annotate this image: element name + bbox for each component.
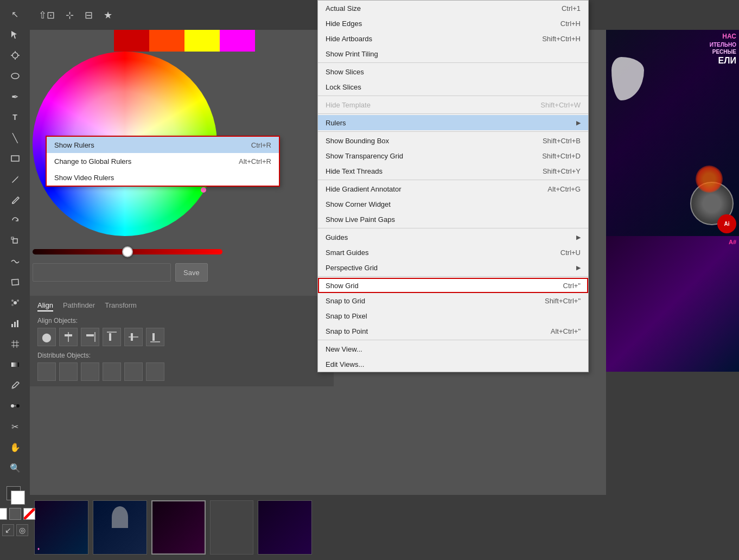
thumbnail-1[interactable]: ♦ <box>34 500 88 555</box>
menu-rulers[interactable]: Rulers ▶ <box>318 115 588 130</box>
tool-symbol[interactable] <box>5 293 25 313</box>
tool-free-transform[interactable] <box>5 272 25 292</box>
tool-graph[interactable] <box>5 314 25 333</box>
align-left-btn[interactable]: ⬤ <box>37 328 56 346</box>
menu-perspective-grid[interactable]: Perspective Grid ▶ <box>318 260 588 275</box>
white-fill-btn[interactable] <box>0 508 7 520</box>
svg-point-10 <box>14 301 17 304</box>
menu-show-print-tiling[interactable]: Show Print Tiling <box>318 46 588 61</box>
tool-mesh[interactable] <box>5 334 25 354</box>
distribute-top-btn[interactable] <box>103 362 121 381</box>
menu-show-live-paint-gaps[interactable]: Show Live Paint Gaps <box>318 212 588 227</box>
svg-rect-30 <box>152 333 155 341</box>
menu-show-grid[interactable]: Show Grid Ctrl+" <box>318 278 588 293</box>
menu-sep-6 <box>318 228 588 228</box>
pathfinder-btn[interactable]: ★ <box>100 7 116 23</box>
distribute-objects-buttons <box>37 362 326 381</box>
submenu-show-rulers[interactable]: Show Rulers Ctrl+R <box>47 137 279 153</box>
menu-hide-artboards[interactable]: Hide Artboards Shift+Ctrl+H <box>318 31 588 46</box>
tool-eyedropper[interactable] <box>5 376 25 395</box>
thumbnail-3-selected[interactable] <box>151 500 206 555</box>
align-center-v-btn[interactable] <box>124 328 143 346</box>
swap-colors-btn[interactable]: ↙ <box>2 524 14 536</box>
astronaut-shape <box>611 57 644 100</box>
distribute-right-btn[interactable] <box>81 362 99 381</box>
menu-smart-guides[interactable]: Smart Guides Ctrl+U <box>318 245 588 260</box>
color-slider-container[interactable] <box>33 244 222 259</box>
none-fill-btn[interactable] <box>23 508 35 520</box>
menu-hide-edges[interactable]: Hide Edges Ctrl+H <box>318 16 588 31</box>
menu-show-bounding-box[interactable]: Show Bounding Box Shift+Ctrl+B <box>318 133 588 148</box>
thumbnail-4[interactable] <box>258 500 312 555</box>
tool-pen[interactable]: ✒ <box>5 87 25 106</box>
save-button[interactable]: Save <box>175 263 208 282</box>
tool-lasso[interactable] <box>5 66 25 86</box>
menu-snap-to-point[interactable]: Snap to Point Alt+Ctrl+" <box>318 323 588 339</box>
menu-hide-text-threads[interactable]: Hide Text Threads Shift+Ctrl+Y <box>318 163 588 179</box>
artwork-panel-pink: A# <box>606 236 739 372</box>
tool-gradient[interactable] <box>5 355 25 374</box>
color-slider-thumb[interactable] <box>122 246 133 257</box>
tool-rectangle[interactable] <box>5 149 25 168</box>
align-distribute-btn[interactable]: ⊟ <box>81 7 96 23</box>
main-menu: Actual Size Ctrl+1 Hide Edges Ctrl+H Hid… <box>317 0 589 372</box>
menu-show-transparency-grid[interactable]: Show Transparency Grid Shift+Ctrl+D <box>318 148 588 163</box>
menu-sep-2 <box>318 96 588 96</box>
tool-scale[interactable] <box>5 231 25 251</box>
tool-hand[interactable]: ✋ <box>5 437 25 457</box>
menu-show-slices[interactable]: Show Slices <box>318 64 588 79</box>
menu-hide-gradient-annotator[interactable]: Hide Gradient Annotator Alt+Ctrl+G <box>318 181 588 196</box>
color-slider-track[interactable] <box>33 249 222 254</box>
tab-pathfinder[interactable]: Pathfinder <box>63 301 95 311</box>
rulers-submenu: Show Rulers Ctrl+R Change to Global Rule… <box>46 136 279 186</box>
tool-blend[interactable] <box>5 396 25 416</box>
planet-small <box>696 166 723 193</box>
menu-actual-size[interactable]: Actual Size Ctrl+1 <box>318 1 588 16</box>
submenu-change-global-rulers[interactable]: Change to Global Rulers Alt+Ctrl+R <box>47 153 279 169</box>
distribute-left-btn[interactable] <box>37 362 56 381</box>
distribute-center-v-btn[interactable] <box>124 362 143 381</box>
default-colors-btn[interactable]: ◎ <box>16 524 28 536</box>
submenu-show-video-rulers[interactable]: Show Video Rulers <box>47 169 279 186</box>
artwork-text-overlay: НАС ИТЕЛЬНО РЕСНЫЕ ЕЛИ <box>710 33 736 66</box>
align-center-h-btn[interactable] <box>59 328 78 346</box>
stroke-color-swatch[interactable] <box>11 491 25 505</box>
black-fill-btn[interactable] <box>9 508 21 520</box>
menu-edit-views[interactable]: Edit Views... <box>318 357 588 372</box>
tool-scissors[interactable]: ✂ <box>5 417 25 436</box>
tool-type[interactable]: T <box>5 107 25 127</box>
distribute-center-h-btn[interactable] <box>59 362 78 381</box>
menu-new-view[interactable]: New View... <box>318 341 588 357</box>
tool-rotate[interactable] <box>5 211 25 230</box>
tool-line[interactable]: ╲ <box>5 128 25 148</box>
color-theme-input[interactable]: My Color Theme <box>33 263 171 282</box>
menu-snap-to-pixel[interactable]: Snap to Pixel <box>318 308 588 323</box>
move-option-btn[interactable]: ⇧⊡ <box>35 7 58 23</box>
menu-lock-slices[interactable]: Lock Slices <box>318 79 588 94</box>
swatch-red[interactable] <box>114 30 149 52</box>
tool-direct-select[interactable] <box>5 25 25 44</box>
tool-zoom[interactable]: 🔍 <box>5 458 25 478</box>
menu-guides[interactable]: Guides ▶ <box>318 230 588 245</box>
menu-snap-to-grid[interactable]: Snap to Grid Shift+Ctrl+" <box>318 293 588 308</box>
tab-align[interactable]: Align <box>37 301 53 311</box>
tab-transform[interactable]: Transform <box>105 301 137 311</box>
tool-pencil[interactable] <box>5 190 25 209</box>
align-bottom-btn[interactable] <box>146 328 164 346</box>
align-top-btn[interactable] <box>103 328 121 346</box>
color-wheel-pink-handle[interactable] <box>201 187 206 193</box>
tool-paintbrush[interactable] <box>5 169 25 189</box>
swatch-orange[interactable] <box>149 30 184 52</box>
tool-magic-wand[interactable] <box>5 46 25 65</box>
menu-sep-7 <box>318 276 588 277</box>
swatch-yellow[interactable] <box>184 30 220 52</box>
tool-warp[interactable] <box>5 252 25 271</box>
menu-show-corner-widget[interactable]: Show Corner Widget <box>318 196 588 212</box>
transform-btn[interactable]: ⊹ <box>62 7 77 23</box>
tool-select[interactable]: ↖ <box>5 4 25 24</box>
align-right-btn[interactable] <box>81 328 99 346</box>
thumbnail-2[interactable] <box>93 500 147 555</box>
right-panel: НАС ИТЕЛЬНО РЕСНЫЕ ЕЛИ Ai A# <box>606 30 739 560</box>
swatch-magenta[interactable] <box>220 30 255 52</box>
distribute-bottom-btn[interactable] <box>146 362 164 381</box>
